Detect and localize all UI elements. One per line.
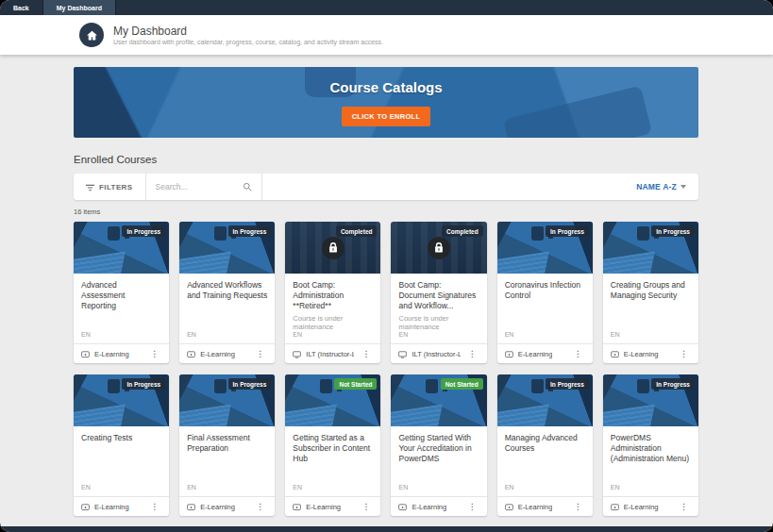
elearning-icon	[187, 498, 195, 515]
course-card-footer: E-Learning ⋮	[497, 496, 593, 516]
kebab-menu-icon[interactable]: ⋮	[253, 348, 267, 360]
course-type-label: E-Learning	[200, 503, 235, 511]
elearning-icon	[187, 345, 195, 362]
tab-my-dashboard[interactable]: My Dashboard	[42, 0, 116, 15]
course-card[interactable]: In Progress Managing Advanced Courses EN…	[497, 374, 593, 516]
course-title: PowerDMS Administration (Administration …	[611, 433, 691, 464]
course-card[interactable]: In Progress Final Assessment Preparation…	[179, 374, 275, 516]
course-card-footer: E-Learning ⋮	[391, 496, 486, 516]
course-card-body: Boot Camp: Document Signatures and Workf…	[391, 274, 486, 343]
course-card[interactable]: In Progress Coronavirus Infection Contro…	[497, 222, 593, 363]
course-thumbnail: Not Started	[285, 374, 380, 426]
course-type-label: E-Learning	[518, 350, 553, 358]
search-area	[146, 174, 261, 200]
spacer	[187, 454, 267, 484]
course-card[interactable]: In Progress Advanced Workflows and Train…	[179, 222, 275, 363]
app-window: Back My Dashboard My Dashboard User dash…	[0, 0, 773, 532]
course-status-badge: Completed	[442, 225, 483, 237]
filters-button[interactable]: FILTERS	[74, 174, 145, 200]
course-status-badge: In Progress	[651, 225, 695, 237]
course-card-footer: E-Learning ⋮	[179, 343, 275, 363]
course-catalogs-banner: Course Catalogs CLICK TO ENROLL	[74, 67, 698, 138]
course-status-badge: In Progress	[228, 378, 272, 390]
kebab-menu-icon[interactable]: ⋮	[253, 501, 267, 513]
banner-title: Course Catalogs	[329, 79, 442, 95]
course-card[interactable]: In Progress Advanced Assessment Reportin…	[74, 222, 169, 363]
ilt-icon	[398, 345, 407, 362]
kebab-menu-icon[interactable]: ⋮	[465, 348, 479, 360]
course-thumbnail: In Progress	[497, 222, 593, 274]
course-card-body: Boot Camp: Administration **Retired** Co…	[285, 274, 380, 343]
page-title: My Dashboard	[113, 25, 383, 38]
kebab-menu-icon[interactable]: ⋮	[571, 348, 585, 360]
course-thumbnail: Not Started	[391, 374, 486, 426]
course-type-label: E-Learning	[624, 503, 659, 511]
course-card[interactable]: In Progress Creating Tests EN E-Learning…	[74, 374, 169, 516]
course-title: Creating Tests	[81, 433, 161, 443]
kebab-menu-icon[interactable]: ⋮	[571, 501, 585, 513]
search-input[interactable]	[156, 182, 243, 191]
course-card[interactable]: In Progress Creating Groups and Managing…	[603, 222, 698, 363]
kebab-menu-icon[interactable]: ⋮	[677, 348, 691, 360]
kebab-menu-icon[interactable]: ⋮	[147, 501, 161, 513]
course-grid: In Progress Advanced Assessment Reportin…	[74, 222, 698, 516]
course-note: Course is under maintenance	[293, 314, 373, 331]
sort-dropdown[interactable]: NAME A-Z	[624, 174, 698, 200]
elearning-icon	[398, 498, 407, 515]
spacer	[293, 464, 373, 484]
kebab-menu-icon[interactable]: ⋮	[359, 348, 373, 360]
search-icon[interactable]	[243, 178, 252, 195]
course-card-body: Coronavirus Infection Control EN	[497, 274, 593, 343]
main-content: Course Catalogs CLICK TO ENROLL Enrolled…	[0, 55, 773, 526]
course-card[interactable]: Not Started Getting Started as a Subscri…	[285, 374, 380, 516]
course-card[interactable]: Completed Boot Camp: Administration **Re…	[285, 222, 380, 363]
elearning-icon	[293, 498, 301, 515]
top-navigation-bar: Back My Dashboard	[0, 0, 773, 15]
course-card[interactable]: Completed Boot Camp: Document Signatures…	[391, 222, 486, 363]
chevron-down-icon	[681, 185, 686, 189]
course-thumbnail: In Progress	[74, 374, 169, 426]
course-thumbnail: In Progress	[603, 374, 698, 426]
course-card-body: Managing Advanced Courses EN	[497, 426, 593, 496]
click-to-enroll-button[interactable]: CLICK TO ENROLL	[342, 107, 431, 126]
course-card-body: Advanced Workflows and Training Requests…	[179, 274, 275, 343]
kebab-menu-icon[interactable]: ⋮	[677, 501, 691, 513]
course-card-footer: E-Learning ⋮	[74, 343, 169, 363]
course-title: Creating Groups and Managing Security	[611, 280, 691, 301]
course-card-body: Advanced Assessment Reporting EN	[74, 274, 169, 343]
course-note: Course is under maintenance	[398, 314, 479, 331]
kebab-menu-icon[interactable]: ⋮	[147, 348, 161, 360]
course-title: Advanced Workflows and Training Requests	[187, 280, 267, 301]
elearning-icon	[81, 345, 90, 362]
course-type-label: E-Learning	[518, 503, 553, 511]
back-button[interactable]: Back	[0, 0, 42, 15]
spacer	[81, 311, 161, 331]
course-title: Boot Camp: Administration **Retired**	[293, 280, 373, 311]
lock-icon	[428, 237, 450, 259]
header-text: My Dashboard User dashboard with profile…	[113, 25, 383, 45]
course-thumbnail: In Progress	[603, 222, 698, 274]
filters-label: FILTERS	[99, 183, 133, 191]
spacer	[505, 454, 585, 484]
course-card-body: PowerDMS Administration (Administration …	[603, 426, 698, 496]
spacer	[398, 464, 479, 484]
course-card-body: Getting Started With Your Accreditation …	[391, 426, 486, 496]
divider	[261, 174, 262, 200]
course-language: EN	[505, 484, 585, 490]
course-card-body: Creating Groups and Managing Security EN	[603, 274, 698, 343]
course-type-label: ILT (Instructor-Led...	[412, 350, 460, 358]
kebab-menu-icon[interactable]: ⋮	[359, 501, 373, 513]
course-status-badge: In Progress	[651, 378, 695, 390]
course-type-label: E-Learning	[412, 503, 446, 511]
course-language: EN	[187, 331, 267, 338]
enrolled-courses-heading: Enrolled Courses	[74, 154, 698, 165]
bottom-bar	[0, 526, 773, 532]
course-type-label: E-Learning	[94, 503, 129, 511]
course-card[interactable]: Not Started Getting Started With Your Ac…	[391, 374, 486, 516]
course-language: EN	[398, 484, 479, 490]
course-title: Getting Started With Your Accreditation …	[398, 433, 479, 464]
course-card[interactable]: In Progress PowerDMS Administration (Adm…	[603, 374, 698, 516]
kebab-menu-icon[interactable]: ⋮	[465, 501, 479, 513]
course-card-footer: E-Learning ⋮	[603, 343, 698, 363]
course-language: EN	[398, 331, 479, 338]
